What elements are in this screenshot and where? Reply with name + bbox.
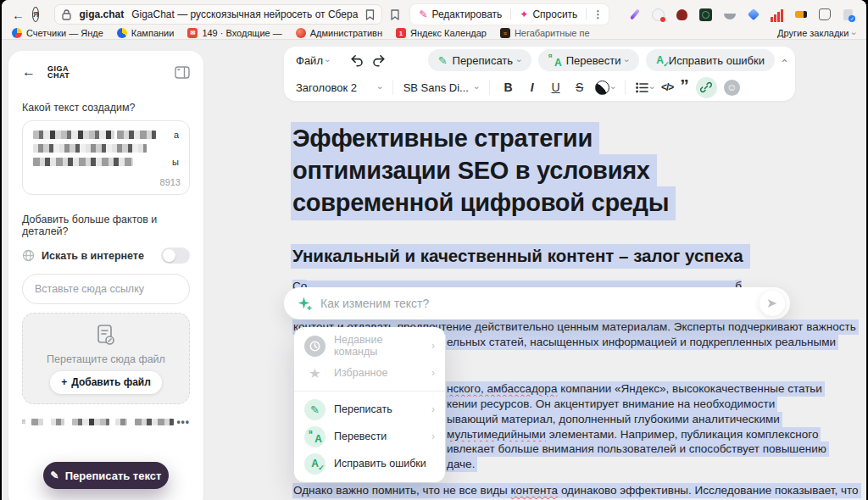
- chevron-right-icon: ›: [431, 340, 435, 352]
- extension-icon[interactable]: [793, 8, 808, 22]
- link-button[interactable]: [696, 77, 717, 98]
- rewrite-action-button[interactable]: ✎ Переписать ›: [428, 49, 531, 71]
- extension-icon[interactable]: [675, 8, 689, 22]
- document-h1-line: оптимизации SEO в условиях: [292, 157, 657, 185]
- bookmark-item[interactable]: Кампании: [117, 28, 175, 38]
- extension-icon[interactable]: ✓: [841, 8, 855, 22]
- web-search-label: Искать в интернете: [42, 250, 144, 262]
- send-arrow-icon: [766, 297, 778, 309]
- link-input[interactable]: [22, 274, 190, 304]
- paragraph-style-select[interactable]: Заголовок 2 ›: [296, 81, 382, 94]
- extension-icon[interactable]: [651, 8, 665, 22]
- strikethrough-button[interactable]: S: [571, 81, 588, 94]
- other-bookmarks-button[interactable]: Другие закладки ›: [777, 28, 856, 38]
- extension-icon[interactable]: [770, 8, 784, 22]
- chevron-down-icon: ›: [623, 58, 632, 62]
- bookmark-item[interactable]: Счетчики — Янде: [12, 28, 103, 38]
- send-button[interactable]: [760, 291, 785, 316]
- menu-item-label: Исправить ошибки: [334, 458, 435, 469]
- text-color-button[interactable]: ›: [595, 81, 615, 95]
- list-icon: [636, 82, 648, 93]
- prompt-label: Какой текст создадим?: [8, 80, 203, 120]
- collections-icon[interactable]: [390, 9, 400, 20]
- link-icon: [700, 81, 712, 93]
- metrica-favicon: [12, 28, 22, 38]
- rewrite-pen-icon: ✎: [51, 469, 59, 481]
- file-menu-label: Файл: [296, 54, 323, 67]
- ask-neuro-button[interactable]: ✦ Спросить: [511, 4, 586, 25]
- chevron-down-icon: ›: [376, 86, 385, 89]
- translate-action-button[interactable]: яA Перевести ›: [538, 49, 639, 71]
- back-arrow-icon[interactable]: ←: [22, 64, 36, 80]
- sparkle-icon: [298, 297, 312, 311]
- bookmark-item[interactable]: ✉ 149 · Входящие —: [187, 28, 281, 38]
- web-search-toggle[interactable]: [161, 247, 190, 264]
- menu-item-favorites[interactable]: ★ Избранное ›: [294, 359, 445, 386]
- extension-icon[interactable]: [746, 8, 760, 22]
- code-button[interactable]: </>: [661, 81, 673, 93]
- more-actions-icon[interactable]: ⋮: [587, 4, 609, 25]
- menu-item-label: Избранное: [334, 367, 423, 379]
- back-icon[interactable]: ←: [12, 8, 25, 21]
- collapse-panel-icon[interactable]: [175, 66, 190, 79]
- menu-item-fix-errors[interactable]: A✓ Исправить ошибки: [294, 450, 445, 477]
- menu-item-label: Переписать: [334, 403, 423, 415]
- bookmark-label: Яндекс Календар: [410, 28, 487, 38]
- edit-page-button[interactable]: ✎ Редактировать: [410, 4, 510, 25]
- extension-icon[interactable]: [698, 8, 713, 22]
- menu-item-label: Перевести: [334, 431, 423, 442]
- ai-command-bar[interactable]: Как изменим текст?: [284, 287, 790, 319]
- direct-favicon: [117, 28, 127, 38]
- add-file-button[interactable]: + Добавить файл: [50, 371, 162, 394]
- underline-button[interactable]: U: [548, 81, 565, 94]
- prompt-textarea[interactable]: а ы 8913: [22, 120, 190, 195]
- dropzone-label: Перетащите сюда файл: [47, 353, 165, 365]
- undo-button[interactable]: [350, 53, 364, 67]
- ask-sparkle-icon: ✦: [520, 8, 528, 20]
- quote-button[interactable]: ”: [680, 82, 689, 92]
- address-bar[interactable]: giga.chat GigaChat — русскоязычная нейро…: [54, 4, 382, 25]
- menu-divider: [294, 391, 445, 392]
- yandex-browser-icon[interactable]: Я: [32, 7, 39, 22]
- calendar-favicon: 1: [396, 28, 406, 38]
- collapse-toolbar-icon[interactable]: ›: [777, 58, 790, 62]
- bookmark-item[interactable]: 1 Яндекс Календар: [396, 28, 487, 38]
- bookmark-item[interactable]: ≡ Негабаритные пе: [500, 28, 590, 38]
- attached-file-row[interactable]: •••: [8, 415, 203, 428]
- edit-page-label: Редактировать: [431, 8, 502, 20]
- file-dropzone[interactable]: Перетащите сюда файл + Добавить файл: [22, 313, 190, 404]
- rewrite-text-button[interactable]: ✎ Переписать текст: [43, 462, 169, 489]
- body-line: нского, амбассадора компании «Яндекс», в…: [446, 381, 825, 397]
- emoji-button[interactable]: ☺: [724, 80, 740, 96]
- extension-icon[interactable]: [722, 8, 737, 22]
- fix-errors-action-button[interactable]: A✓ Исправить ошибки: [646, 49, 775, 71]
- document-h1-line: современной цифровой среды: [292, 189, 676, 217]
- visible-char: ы: [172, 157, 179, 167]
- plus-icon: +: [61, 376, 67, 388]
- file-menu[interactable]: Файл ›: [296, 54, 330, 67]
- menu-item-rewrite[interactable]: ✎ Переписать ›: [294, 396, 445, 423]
- bookmark-ribbon-icon[interactable]: [365, 9, 375, 20]
- italic-button[interactable]: I: [524, 81, 541, 94]
- pen-icon: ✎: [304, 399, 326, 420]
- browser-window: ← Я giga.chat GigaChat — русскоязычная н…: [2, 0, 866, 500]
- redo-button[interactable]: [371, 53, 386, 67]
- bookmark-label: Счетчики — Янде: [26, 28, 103, 38]
- chevron-down-icon: ›: [515, 58, 524, 62]
- body-line: мультимедийными элементами. Например, пу…: [446, 427, 821, 442]
- bookmark-item[interactable]: Административн: [296, 28, 382, 38]
- extension-icon[interactable]: [627, 8, 642, 22]
- menu-item-recent[interactable]: Недавние команды ›: [294, 332, 445, 359]
- body-line: ивлекает больше внимания пользователей и…: [446, 442, 829, 457]
- download-icon[interactable]: [865, 8, 866, 22]
- pen-icon: ✎: [438, 54, 448, 67]
- toolbar-row-2: Заголовок 2 › SB Sans Di... › B I U S › …: [284, 74, 795, 101]
- bold-button[interactable]: B: [500, 81, 517, 94]
- font-select[interactable]: SB Sans Di... ›: [403, 81, 479, 94]
- menu-item-translate[interactable]: яA Перевести ›: [294, 423, 445, 450]
- divider: [392, 81, 393, 95]
- extension-icon[interactable]: [817, 8, 832, 22]
- bookmark-label: Административн: [310, 28, 382, 38]
- file-more-actions-icon[interactable]: •••: [176, 416, 190, 428]
- list-button[interactable]: ›: [636, 82, 654, 93]
